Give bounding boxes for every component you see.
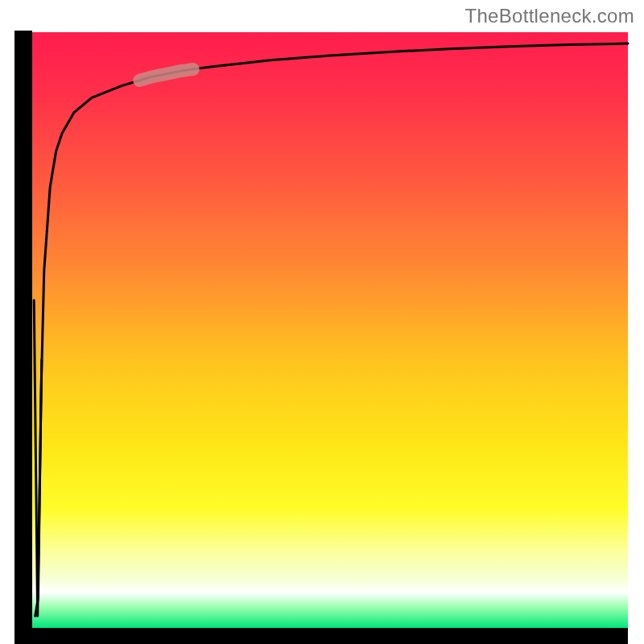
chart-stage: TheBottleneck.com [0, 0, 644, 644]
plot-group [14, 31, 628, 644]
watermark-label: TheBottleneck.com [464, 5, 634, 27]
gradient-background [32, 32, 628, 628]
x-axis [14, 628, 628, 644]
y-axis [14, 31, 32, 644]
chart-svg [0, 0, 644, 644]
